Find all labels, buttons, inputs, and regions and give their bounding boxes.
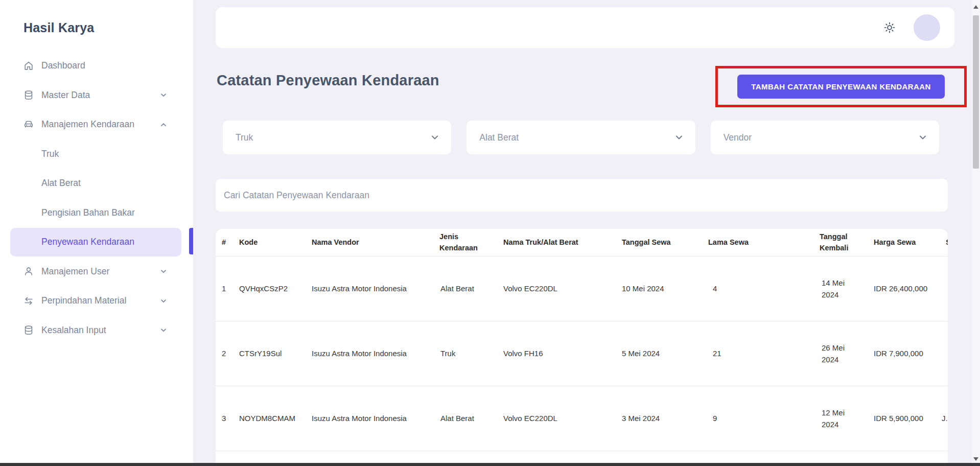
sidebar-item-dashboard[interactable]: Dashboard [0,51,193,81]
cell-tanggal-sewa: 5 Mei 2024 [616,321,708,386]
sidebar-item-label: Pengisian Bahan Bakar [41,207,135,218]
chevron-down-icon [159,91,168,99]
chevron-down-icon [674,132,684,143]
sidebar-item-penyewaan-kendaraan[interactable]: Penyewaan Kendaraan [10,228,181,257]
cell-tanggal-kembali: 26 Mei 2024 [818,321,864,386]
theme-toggle-sun-icon[interactable] [883,21,896,34]
scroll-down-arrow-icon[interactable] [973,457,978,461]
sidebar-item-label: Manajemen Kendaraan [41,119,134,130]
page-title: Catatan Penyewaan Kendaraan [217,72,439,89]
cell-tanggal-kembali: 12 Mei 2024 [818,386,864,451]
sidebar-nav: Dashboard Master Data Manajemen Kendaraa… [0,51,193,345]
cell-harga-sewa: IDR 7,900,000 [864,321,938,386]
cell-jenis: Alat Berat [431,257,498,321]
search-input[interactable] [223,190,941,201]
rental-records-table-card: # Kode Nama Vendor Jenis Kendaraan Nama … [216,229,948,466]
cell-kode: QVHqxCSzP2 [237,257,309,321]
column-header-nama-truk-alat-berat: Nama Truk/Alat Berat [498,229,616,257]
cell-num: 2 [216,321,237,386]
cell-partial: J. [938,386,948,451]
sidebar-item-label: Alat Berat [41,178,81,189]
filter-placeholder: Alat Berat [479,132,519,143]
vertical-scrollbar-thumb[interactable] [973,15,979,169]
vertical-scrollbar[interactable] [972,0,980,466]
sidebar: Hasil Karya Dashboard Master Data Manaje… [0,0,193,466]
horizontal-scrollbar[interactable] [0,463,980,466]
filter-vendor-select[interactable]: Vendor [711,121,939,154]
user-icon [23,266,34,277]
sidebar-item-label: Manajemen User [41,266,109,277]
cell-kode: NOYDM8CMAM [237,386,309,451]
cell-num: 3 [216,386,237,451]
sidebar-item-kesalahan-input[interactable]: Kesalahan Input [0,316,193,345]
database-icon [23,324,34,336]
app-title: Hasil Karya [24,20,94,35]
user-avatar[interactable] [914,14,940,41]
column-header-nama-vendor: Nama Vendor [309,229,431,257]
cell-vendor: Isuzu Astra Motor Indonesia [309,257,431,321]
chevron-down-icon [918,132,928,143]
add-rental-record-button[interactable]: TAMBAH CATATAN PENYEWAAN KENDARAAN [737,75,944,99]
cell-harga-sewa: IDR 5,900,000 [864,386,938,451]
cell-tanggal-sewa: 3 Mei 2024 [616,386,708,451]
table-header-row: # Kode Nama Vendor Jenis Kendaraan Nama … [216,229,948,257]
sidebar-item-label: Dashboard [41,60,85,71]
sidebar-item-alat-berat[interactable]: Alat Berat [0,169,193,198]
chevron-down-icon [159,326,168,334]
sidebar-item-label: Truk [41,149,59,159]
cell-tanggal-kembali: 14 Mei 2024 [818,257,864,321]
filter-alat-berat-select[interactable]: Alat Berat [466,121,695,154]
chevron-up-icon [159,121,168,129]
cell-vendor: Isuzu Astra Motor Indonesia [309,386,431,451]
transfer-arrows-icon [23,295,34,307]
filter-truk-select[interactable]: Truk [223,121,451,154]
filter-placeholder: Truk [236,132,253,143]
sidebar-item-label: Penyewaan Kendaraan [41,237,134,247]
chevron-down-icon [159,297,168,305]
sidebar-item-label: Kesalahan Input [41,325,106,336]
column-header-num: # [216,229,237,257]
filter-placeholder: Vendor [724,132,752,143]
sidebar-item-manajemen-kendaraan[interactable]: Manajemen Kendaraan [0,110,193,139]
cell-jenis: Alat Berat [431,386,498,451]
cell-lama-sewa: 21 [708,321,818,386]
home-icon [23,60,34,72]
car-icon [23,119,34,130]
sidebar-item-pengisian-bahan-bakar[interactable]: Pengisian Bahan Bakar [0,198,193,228]
column-header-harga-sewa: Harga Sewa [864,229,938,257]
rental-records-table: # Kode Nama Vendor Jenis Kendaraan Nama … [216,229,948,451]
table-row: 1 QVHqxCSzP2 Isuzu Astra Motor Indonesia… [216,257,948,321]
scroll-up-arrow-icon[interactable] [973,5,978,9]
cell-partial [938,257,948,321]
chevron-down-icon [159,267,168,275]
cell-tanggal-sewa: 10 Mei 2024 [616,257,708,321]
sidebar-item-truk[interactable]: Truk [0,139,193,169]
database-icon [23,89,34,101]
column-header-lama-sewa: Lama Sewa [708,229,818,257]
cell-partial [938,321,948,386]
cell-kode: CTSrY19Sul [237,321,309,386]
cell-lama-sewa: 9 [708,386,818,451]
cell-nama: Volvo EC220DL [498,386,616,451]
cell-lama-sewa: 4 [708,257,818,321]
column-header-jenis-kendaraan: Jenis Kendaraan [431,229,498,257]
search-bar [216,179,948,212]
cell-harga-sewa: IDR 26,400,000 [864,257,938,321]
table-row: 2 CTSrY19Sul Isuzu Astra Motor Indonesia… [216,321,948,386]
chevron-down-icon [430,132,440,143]
column-header-kode: Kode [237,229,309,257]
column-header-tanggal-sewa: Tanggal Sewa [616,229,708,257]
sidebar-item-perpindahan-material[interactable]: Perpindahan Material [0,286,193,316]
column-header-partial: S [938,229,948,257]
column-header-tanggal-kembali: Tanggal Kembali [818,229,864,257]
filter-row: Truk Alat Berat Vendor [223,121,939,154]
cell-vendor: Isuzu Astra Motor Indonesia [309,321,431,386]
cell-nama: Volvo FH16 [498,321,616,386]
cell-jenis: Truk [431,321,498,386]
sidebar-item-manajemen-user[interactable]: Manajemen User [0,257,193,287]
top-bar [216,7,954,48]
table-row: 3 NOYDM8CMAM Isuzu Astra Motor Indonesia… [216,386,948,451]
sidebar-item-master-data[interactable]: Master Data [0,81,193,110]
sidebar-item-label: Perpindahan Material [41,295,126,306]
sidebar-item-label: Master Data [41,90,90,101]
